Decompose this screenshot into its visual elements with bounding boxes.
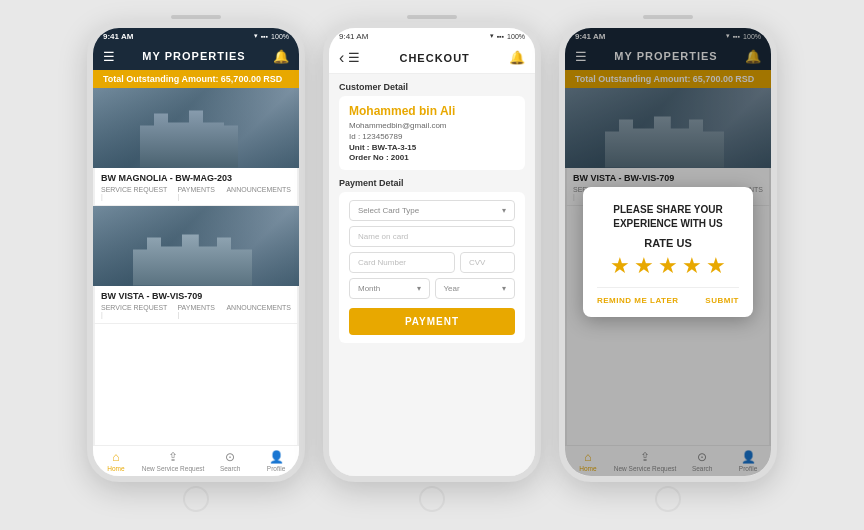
customer-email: Mohammedbin@gmail.com (349, 121, 515, 130)
phone3: 9:41 AM ▾ ▪▪▪ 100% ☰ MY PROPERTIES 🔔 Tot… (559, 22, 777, 482)
chevron-down-icon: ▾ (502, 206, 506, 215)
customer-section-title: Customer Detail (339, 82, 525, 92)
phone2-header: ‹ ☰ CHECKOUT 🔔 (329, 43, 535, 74)
card-cvv-row: Card Number CVV (349, 252, 515, 273)
phone1-time: 9:41 AM (103, 32, 133, 41)
nav-home-label: Home (107, 465, 124, 472)
payment-button[interactable]: PAYMENT (349, 308, 515, 335)
month-year-row: Month ▾ Year ▾ (349, 278, 515, 299)
customer-name: Mohammed bin Ali (349, 104, 515, 118)
property1-name: BW MAGNOLIA - BW-MAG-203 (101, 173, 291, 183)
star-4[interactable]: ★ (682, 255, 702, 277)
phone2-wrapper: 9:41 AM ▾ ▪▪▪ 100% ‹ ☰ CHECKOUT 🔔 Custom… (323, 15, 541, 516)
banner-currency: RSD (263, 74, 282, 84)
payment-card: Select Card Type ▾ Name on card Card Num… (339, 192, 525, 343)
payments-link2[interactable]: PAYMENTS (177, 304, 221, 318)
phone1-banner: Total Outstanding Amount: 65,700.00 RSD (93, 70, 299, 88)
phone2-time: 9:41 AM (339, 32, 368, 41)
remind-later-button[interactable]: REMIND ME LATER (597, 296, 679, 305)
phones-container: 9:41 AM ▾ ▪▪▪ 100% ☰ MY PROPERTIES 🔔 Tot… (87, 15, 777, 516)
phone1-status-icons: ▾ ▪▪▪ 100% (254, 32, 289, 40)
bell-icon[interactable]: 🔔 (273, 49, 289, 64)
phone1-home-button[interactable] (183, 486, 209, 512)
nav-search-label: Search (220, 465, 241, 472)
card-type-select[interactable]: Select Card Type ▾ (349, 200, 515, 221)
signal-icon: ▪▪▪ (261, 33, 268, 40)
phone2-home-button[interactable] (419, 486, 445, 512)
rate-us-modal: PLEASE SHARE YOUR EXPERIENCE WITH US RAT… (583, 187, 753, 317)
year-select[interactable]: Year ▾ (435, 278, 516, 299)
modal-overlay[interactable]: PLEASE SHARE YOUR EXPERIENCE WITH US RAT… (565, 28, 771, 476)
phone3-wrapper: 9:41 AM ▾ ▪▪▪ 100% ☰ MY PROPERTIES 🔔 Tot… (559, 15, 777, 516)
search-icon: ⊙ (225, 450, 235, 464)
menu-icon[interactable]: ☰ (103, 49, 115, 64)
payment-section-title: Payment Detail (339, 178, 525, 188)
star-3[interactable]: ★ (658, 255, 678, 277)
star-2[interactable]: ★ (634, 255, 654, 277)
nav-home[interactable]: ⌂ Home (96, 450, 136, 472)
year-chevron-icon: ▾ (502, 284, 506, 293)
phone2: 9:41 AM ▾ ▪▪▪ 100% ‹ ☰ CHECKOUT 🔔 Custom… (323, 22, 541, 482)
phone3-speaker (643, 15, 693, 19)
star-5[interactable]: ★ (706, 255, 726, 277)
nav-service[interactable]: ⇪ New Service Request (142, 450, 205, 472)
property1-image (93, 88, 299, 168)
property1-actions: SERVICE REQUEST PAYMENTS ANNOUNCEMENTS (101, 186, 291, 200)
customer-section: Customer Detail Mohammed bin Ali Mohamme… (339, 82, 525, 170)
back-button[interactable]: ‹ (339, 49, 344, 67)
banner-label: Total Outstanding Amount: (103, 74, 218, 84)
phone2-speaker (407, 15, 457, 19)
customer-order: Order No : 2001 (349, 153, 515, 162)
month-chevron-icon: ▾ (417, 284, 421, 293)
phone1-speaker (171, 15, 221, 19)
submit-button[interactable]: SUBMIT (705, 296, 739, 305)
nav-profile[interactable]: 👤 Profile (256, 450, 296, 472)
payments-link[interactable]: PAYMENTS (177, 186, 221, 200)
service-icon: ⇪ (168, 450, 178, 464)
stars-container: ★ ★ ★ ★ ★ (597, 255, 739, 277)
wifi-icon2: ▾ (490, 32, 494, 40)
phone3-home-button[interactable] (655, 486, 681, 512)
card-number-input[interactable]: Card Number (349, 252, 455, 273)
announcements-link[interactable]: ANNOUNCEMENTS (226, 186, 291, 200)
phone2-status-bar: 9:41 AM ▾ ▪▪▪ 100% (329, 28, 535, 43)
announcements-link2[interactable]: ANNOUNCEMENTS (226, 304, 291, 318)
phone1-wrapper: 9:41 AM ▾ ▪▪▪ 100% ☰ MY PROPERTIES 🔔 Tot… (87, 15, 305, 516)
payment-section: Payment Detail Select Card Type ▾ Name o… (339, 178, 525, 343)
nav-search[interactable]: ⊙ Search (210, 450, 250, 472)
phone1-bottom-nav: ⌂ Home ⇪ New Service Request ⊙ Search 👤 … (93, 445, 299, 476)
nav-profile-label: Profile (267, 465, 285, 472)
property2-image (93, 206, 299, 286)
battery-icon2: 100% (507, 33, 525, 40)
modal-rate-label: RATE US (597, 237, 739, 249)
month-select[interactable]: Month ▾ (349, 278, 430, 299)
phone1-status-bar: 9:41 AM ▾ ▪▪▪ 100% (93, 28, 299, 43)
nav-service-label: New Service Request (142, 465, 205, 472)
phone1-title: MY PROPERTIES (115, 50, 273, 62)
service-request-link2[interactable]: SERVICE REQUEST (101, 304, 172, 318)
name-on-card-input[interactable]: Name on card (349, 226, 515, 247)
signal-icon2: ▪▪▪ (497, 33, 504, 40)
property2-info: BW VISTA - BW-VIS-709 SERVICE REQUEST PA… (93, 286, 299, 324)
menu-icon2[interactable]: ☰ (348, 50, 360, 65)
profile-icon: 👤 (269, 450, 284, 464)
phone1-body: BW MAGNOLIA - BW-MAG-203 SERVICE REQUEST… (93, 88, 299, 476)
month-label: Month (358, 284, 380, 293)
checkout-body: Customer Detail Mohammed bin Ali Mohamme… (329, 74, 535, 476)
property2-name: BW VISTA - BW-VIS-709 (101, 291, 291, 301)
select-placeholder: Select Card Type (358, 206, 419, 215)
home-icon: ⌂ (112, 450, 119, 464)
service-request-link[interactable]: SERVICE REQUEST (101, 186, 172, 200)
customer-card: Mohammed bin Ali Mohammedbin@gmail.com I… (339, 96, 525, 170)
wifi-icon: ▾ (254, 32, 258, 40)
cvv-input[interactable]: CVV (460, 252, 515, 273)
modal-actions: REMIND ME LATER SUBMIT (597, 287, 739, 305)
modal-title: PLEASE SHARE YOUR EXPERIENCE WITH US (597, 203, 739, 231)
bell-icon2[interactable]: 🔔 (509, 50, 525, 65)
customer-id: Id : 123456789 (349, 132, 515, 141)
year-label: Year (444, 284, 460, 293)
phone2-status-icons: ▾ ▪▪▪ 100% (490, 32, 525, 40)
phone1: 9:41 AM ▾ ▪▪▪ 100% ☰ MY PROPERTIES 🔔 Tot… (87, 22, 305, 482)
star-1[interactable]: ★ (610, 255, 630, 277)
property1-info: BW MAGNOLIA - BW-MAG-203 SERVICE REQUEST… (93, 168, 299, 206)
